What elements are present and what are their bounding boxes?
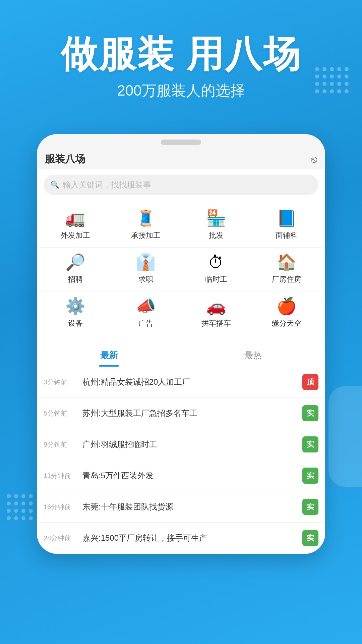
phone-mockup: 服装八场 ⎋ 🔍 输入关键词，找找服装事 🚛 外发加工 🧵 承接加工 bbox=[37, 134, 325, 554]
feed-text-2: 广州:羽绒服招临时工 bbox=[82, 439, 297, 450]
category-item-pinche[interactable]: 🚗 拼车搭车 bbox=[181, 298, 251, 328]
feed-time-0: 3分钟前 bbox=[44, 378, 77, 387]
mianfu-label: 面辅料 bbox=[276, 230, 298, 240]
search-bar[interactable]: 🔍 输入关键词，找找服装事 bbox=[44, 175, 318, 195]
chengjie-icon: 🧵 bbox=[136, 210, 156, 226]
feed-badge-1: 实 bbox=[302, 405, 318, 421]
yuanfen-label: 缘分天空 bbox=[272, 318, 301, 328]
guanggao-icon: 📣 bbox=[136, 298, 156, 314]
app-title: 服装八场 bbox=[45, 152, 85, 166]
phone-top-bar: 服装八场 ⎋ bbox=[37, 134, 325, 169]
feed-item-5[interactable]: 28分钟前 嘉兴:1500平厂房转让，接手可生产 实 bbox=[37, 523, 325, 554]
guanggao-label: 广告 bbox=[138, 318, 153, 328]
feed-list: 3分钟前 杭州:精品女装诚招20人加工厂 顶 5分钟前 苏州:大型服装工厂急招多… bbox=[37, 367, 325, 554]
chengjie-label: 承接加工 bbox=[131, 230, 161, 240]
feed-item-4[interactable]: 16分钟前 东莞:十年服装团队找货源 实 bbox=[37, 491, 325, 523]
decorative-dots-left bbox=[7, 494, 33, 520]
category-item-chengjie[interactable]: 🧵 承接加工 bbox=[111, 210, 181, 240]
hero-title: 做服装 用八场 bbox=[20, 34, 342, 74]
category-item-mianfu[interactable]: 📘 面辅料 bbox=[251, 210, 322, 240]
phone-nav-bar: 服装八场 ⎋ bbox=[37, 149, 325, 169]
share-icon[interactable]: ⎋ bbox=[311, 154, 317, 165]
deco-curve bbox=[328, 386, 362, 487]
fangwu-label: 厂房住房 bbox=[272, 274, 301, 284]
category-row-2: 🔎 招聘 👔 求职 ⏱ 临时工 🏠 厂房住房 bbox=[37, 247, 325, 291]
feed-text-0: 杭州:精品女装诚招20人加工厂 bbox=[82, 376, 297, 388]
category-item-guanggao[interactable]: 📣 广告 bbox=[111, 298, 181, 328]
decorative-dots-right bbox=[315, 67, 349, 93]
feed-badge-5: 实 bbox=[302, 530, 318, 546]
feed-item-3[interactable]: 11分钟前 青岛:5万件西装外发 实 bbox=[37, 460, 325, 491]
feed-badge-2: 实 bbox=[302, 436, 318, 452]
search-icon: 🔍 bbox=[50, 180, 59, 189]
tab-hot[interactable]: 最热 bbox=[181, 342, 325, 367]
feed-time-3: 11分钟前 bbox=[44, 471, 77, 480]
feed-badge-4: 实 bbox=[302, 499, 318, 515]
qiuzhi-icon: 👔 bbox=[136, 254, 156, 270]
feed-time-1: 5分钟前 bbox=[44, 409, 77, 418]
feed-text-4: 东莞:十年服装团队找货源 bbox=[82, 501, 297, 513]
feed-item-0[interactable]: 3分钟前 杭州:精品女装诚招20人加工厂 顶 bbox=[37, 367, 325, 398]
pinche-icon: 🚗 bbox=[206, 298, 226, 314]
category-item-qiuzhi[interactable]: 👔 求职 bbox=[111, 254, 181, 284]
pifa-icon: 🏪 bbox=[206, 210, 226, 226]
yuanfen-icon: 🍎 bbox=[277, 298, 297, 314]
fangwu-icon: 🏠 bbox=[277, 254, 297, 270]
pinche-label: 拼车搭车 bbox=[201, 318, 231, 328]
linshi-icon: ⏱ bbox=[208, 254, 224, 270]
phone-wrapper: 服装八场 ⎋ 🔍 输入关键词，找找服装事 🚛 外发加工 🧵 承接加工 bbox=[0, 134, 362, 554]
zhaopin-icon: 🔎 bbox=[65, 254, 85, 270]
feed-text-3: 青岛:5万件西装外发 bbox=[82, 470, 297, 481]
category-row-3: ⚙️ 设备 📣 广告 🚗 拼车搭车 🍎 缘分天空 bbox=[37, 291, 325, 335]
hero-section: 做服装 用八场 200万服装人的选择 bbox=[0, 0, 362, 121]
category-item-fangwu[interactable]: 🏠 厂房住房 bbox=[251, 254, 322, 284]
category-item-yuanfen[interactable]: 🍎 缘分天空 bbox=[251, 298, 322, 328]
category-row-1: 🚛 外发加工 🧵 承接加工 🏪 批发 📘 面辅料 bbox=[37, 204, 325, 247]
zhaopin-label: 招聘 bbox=[68, 274, 83, 284]
category-section: 🚛 外发加工 🧵 承接加工 🏪 批发 📘 面辅料 bbox=[37, 200, 325, 338]
feed-text-1: 苏州:大型服装工厂急招多名车工 bbox=[82, 408, 297, 419]
category-item-zhaopin[interactable]: 🔎 招聘 bbox=[40, 254, 111, 284]
search-placeholder-text: 输入关键词，找找服装事 bbox=[63, 179, 151, 190]
tabs: 最新 最热 bbox=[37, 342, 325, 367]
pifa-label: 批发 bbox=[209, 230, 224, 240]
feed-time-5: 28分钟前 bbox=[44, 534, 77, 543]
tab-latest[interactable]: 最新 bbox=[37, 342, 181, 367]
feed-item-1[interactable]: 5分钟前 苏州:大型服装工厂急招多名车工 实 bbox=[37, 398, 325, 429]
feed-time-2: 9分钟前 bbox=[44, 440, 77, 449]
qiuzhi-label: 求职 bbox=[138, 274, 153, 284]
waifa-label: 外发加工 bbox=[61, 230, 90, 240]
waifa-icon: 🚛 bbox=[65, 210, 85, 226]
category-item-shebei[interactable]: ⚙️ 设备 bbox=[40, 298, 111, 328]
phone-notch bbox=[161, 140, 201, 145]
feed-time-4: 16分钟前 bbox=[44, 502, 77, 512]
category-item-pifa[interactable]: 🏪 批发 bbox=[181, 210, 251, 240]
linshi-label: 临时工 bbox=[205, 274, 227, 284]
category-item-waifa[interactable]: 🚛 外发加工 bbox=[40, 210, 111, 240]
category-item-linshi[interactable]: ⏱ 临时工 bbox=[181, 254, 251, 284]
feed-text-5: 嘉兴:1500平厂房转让，接手可生产 bbox=[82, 532, 297, 544]
shebei-label: 设备 bbox=[68, 318, 83, 328]
feed-badge-0: 顶 bbox=[302, 374, 318, 390]
feed-badge-3: 实 bbox=[302, 468, 318, 484]
feed-item-2[interactable]: 9分钟前 广州:羽绒服招临时工 实 bbox=[37, 429, 325, 460]
mianfu-icon: 📘 bbox=[277, 210, 297, 226]
shebei-icon: ⚙️ bbox=[65, 298, 85, 314]
hero-subtitle: 200万服装人的选择 bbox=[20, 81, 342, 101]
